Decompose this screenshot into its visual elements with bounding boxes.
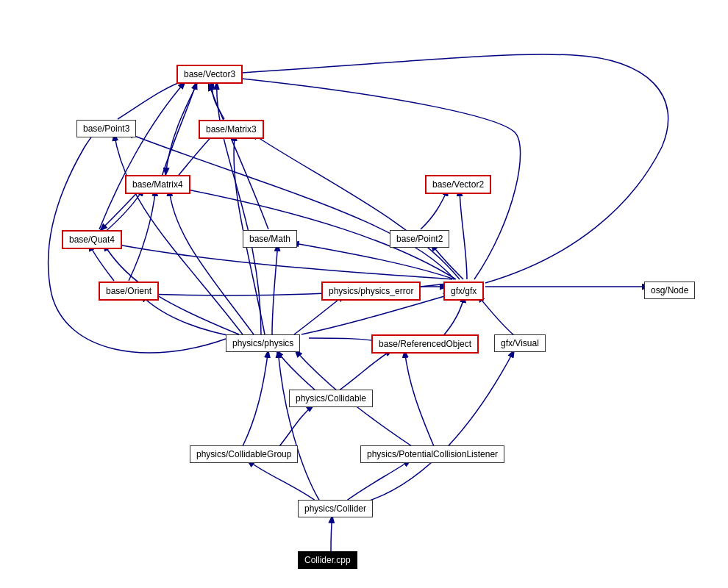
node-base-matrix3[interactable]: base/Matrix3 [199,120,264,139]
node-base-point2[interactable]: base/Point2 [390,230,449,248]
node-physics-error[interactable]: physics/physics_error [321,282,421,301]
node-physics-potential[interactable]: physics/PotentialCollisionListener [360,445,504,463]
node-base-point3[interactable]: base/Point3 [76,120,136,137]
node-base-matrix4[interactable]: base/Matrix4 [125,175,190,194]
node-base-referenced[interactable]: base/ReferencedObject [371,334,479,354]
node-base-math[interactable]: base/Math [243,230,297,248]
node-osg-node[interactable]: osg/Node [644,282,695,299]
node-physics-collidable[interactable]: physics/Collidable [289,390,373,407]
node-physics-collidablegroup[interactable]: physics/CollidableGroup [190,445,298,463]
node-gfx-visual[interactable]: gfx/Visual [494,334,546,352]
node-base-vector2[interactable]: base/Vector2 [425,175,491,194]
node-base-vector3[interactable]: base/Vector3 [176,65,243,84]
node-collider-cpp[interactable]: Collider.cpp [298,551,357,569]
node-base-orient[interactable]: base/Orient [99,282,159,301]
node-physics-collider[interactable]: physics/Collider [298,500,373,517]
node-base-quat4[interactable]: base/Quat4 [62,230,122,249]
node-physics-physics[interactable]: physics/physics [226,334,300,352]
node-gfx-gfx[interactable]: gfx/gfx [443,282,484,301]
